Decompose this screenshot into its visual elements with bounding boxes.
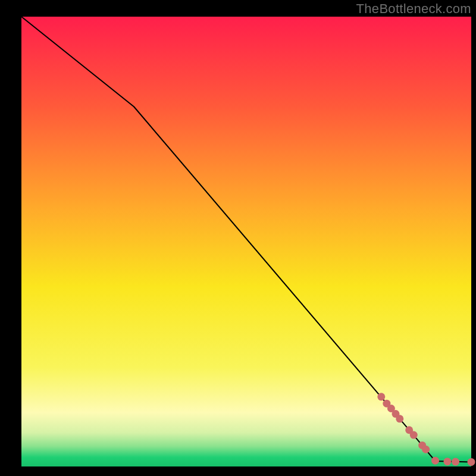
watermark-text: TheBottleneck.com [356, 1, 471, 17]
chart-container: TheBottleneck.com [0, 0, 476, 476]
plot-background [21, 17, 471, 466]
chart-svg [0, 0, 476, 476]
marker-11 [452, 458, 459, 466]
marker-0 [377, 393, 385, 400]
marker-8 [422, 446, 430, 453]
marker-9 [431, 457, 439, 465]
marker-4 [396, 415, 403, 422]
marker-12 [468, 458, 475, 466]
marker-10 [443, 458, 451, 465]
marker-6 [410, 431, 418, 439]
